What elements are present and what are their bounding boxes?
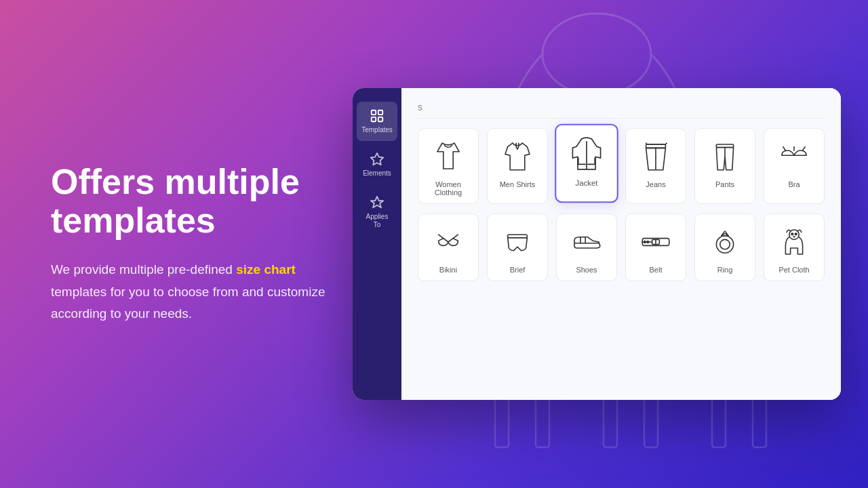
body-prefix: We provide multiple pre-defined [51,263,236,277]
sidebar: Templates Elements Applies To [353,88,401,400]
svg-rect-9 [753,393,766,447]
card-shoes[interactable]: Shoes [556,214,617,281]
svg-marker-14 [371,153,383,165]
ring-icon [707,224,743,260]
left-section: Offers multiple templates We provide mul… [51,163,336,325]
pants-icon [707,138,743,175]
bikini-icon [430,224,467,260]
section-heading: s [418,102,825,119]
card-belt[interactable]: Belt [625,214,686,281]
sidebar-templates-label: Templates [361,126,393,134]
card-jacket-label: Jacket [575,179,597,187]
svg-rect-11 [378,110,382,115]
card-jeans-label: Jeans [646,180,665,188]
jeans-icon [637,138,674,175]
belt-icon [637,224,674,260]
svg-point-33 [716,236,733,253]
svg-rect-13 [378,117,382,121]
card-ring-label: Ring [717,266,733,274]
main-content: s Women Clothing Men Shirts [401,88,841,400]
card-pants-label: Pants [715,180,734,188]
card-shoes-label: Shoes [576,266,597,274]
svg-rect-12 [372,117,376,121]
svg-point-38 [791,233,793,235]
svg-rect-3 [536,393,549,447]
brief-icon [499,224,536,260]
sidebar-elements-label: Elements [363,169,391,178]
card-bikini-label: Bikini [439,266,457,274]
card-pants[interactable]: Pants [694,128,755,204]
jacket-icon [568,135,606,173]
card-pet-cloth-label: Pet Cloth [778,266,809,274]
highlight-chart: chart [264,263,295,277]
card-belt-label: Belt [650,266,663,274]
app-panel: Templates Elements Applies To s [353,88,841,400]
card-ring[interactable]: Ring [694,214,755,281]
pet-cloth-icon [776,224,812,260]
card-jacket[interactable]: Jacket [555,124,618,203]
svg-point-0 [542,14,651,95]
svg-line-24 [439,235,443,238]
card-pet-cloth[interactable]: Pet Cloth [764,214,825,281]
body-text: We provide multiple pre-defined size cha… [51,260,336,325]
template-grid-row1: Women Clothing Men Shirts [418,128,825,204]
svg-point-32 [647,241,649,243]
svg-point-31 [644,241,646,243]
svg-point-39 [795,233,797,235]
svg-rect-10 [372,110,376,115]
bra-icon [776,138,812,175]
applies-to-icon [370,195,384,210]
template-grid-row2: Bikini Brief Shoes [418,214,825,281]
men-shirts-icon [499,138,536,175]
card-men-shirts[interactable]: Men Shirts [487,128,548,204]
svg-rect-6 [644,393,658,447]
card-jeans[interactable]: Jeans [625,128,686,204]
card-bikini[interactable]: Bikini [418,214,479,281]
templates-icon [370,108,384,123]
card-bra[interactable]: Bra [764,128,825,204]
svg-point-34 [720,239,730,249]
sidebar-item-applies-to[interactable]: Applies To [357,188,397,236]
card-men-shirts-label: Men Shirts [500,180,536,188]
body-suffix: templates for you to choose from and cus… [51,285,325,321]
sidebar-applies-label: Applies To [362,213,392,229]
svg-rect-5 [604,393,617,447]
svg-line-25 [453,235,458,238]
card-brief[interactable]: Brief [487,214,548,281]
svg-rect-16 [646,144,666,148]
women-clothing-icon [430,138,467,175]
svg-line-22 [803,147,806,150]
svg-marker-35 [722,231,729,236]
card-women-clothing-label: Women Clothing [424,180,473,197]
card-women-clothing[interactable]: Women Clothing [418,128,479,204]
svg-line-21 [783,147,786,150]
elements-icon [370,152,384,167]
sidebar-item-templates[interactable]: Templates [357,102,397,141]
highlight-size: size [236,263,260,277]
card-bra-label: Bra [788,180,800,188]
sidebar-item-elements[interactable]: Elements [357,145,397,184]
shoes-icon [568,224,605,260]
main-heading: Offers multiple templates [51,163,336,240]
svg-rect-8 [712,393,726,447]
svg-rect-2 [495,393,509,447]
card-brief-label: Brief [510,266,526,274]
